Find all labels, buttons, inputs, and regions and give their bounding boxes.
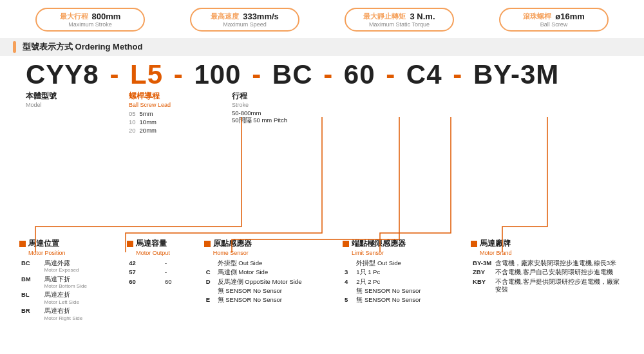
col-limit-sensor-cn: 端點極限感應器	[352, 238, 406, 249]
home-code-e: E	[204, 295, 216, 304]
label-lead-en: Ball Screw Lead	[129, 102, 232, 108]
lead-val-05: 5mm	[140, 109, 160, 118]
motor-pos-row-bl: BL 馬達左折Motor Left Side	[19, 290, 122, 306]
label-lead: 螺桿導程 Ball Screw Lead 05 5mm 10 10mm 20	[129, 91, 232, 135]
brand-code-zby: ZBY	[471, 268, 493, 277]
motor-out-code-42: 42	[127, 259, 163, 268]
spec-torque-label-en: Maximum Static Torque	[369, 21, 430, 28]
home-code-outside	[204, 259, 216, 268]
spec-torque-value: 3 N.m.	[410, 12, 435, 21]
lead-code-20: 20	[129, 126, 140, 135]
motor-out-row-42: 42 -	[127, 259, 199, 268]
motor-pos-code-bm: BM	[19, 275, 43, 291]
col-motor-position-cn: 馬達位置	[28, 238, 59, 249]
stroke-range-2: 50間隔 50 mm Pitch	[232, 116, 335, 125]
col-motor-brand-cn: 馬達廠牌	[480, 238, 511, 249]
col-motor-output: 馬達容量 Motor Output 42 - 57 - 60 60	[127, 238, 199, 322]
lower-columns: 馬達位置 Motor Position BC 馬達外露Motor Exposed…	[13, 234, 631, 322]
model-code-section: CYY8 - L5 - 100 - BC - 60 - C 4 - BY-3M	[13, 56, 631, 135]
home-label-e: 無 SENSOR No Sensor	[216, 295, 337, 304]
specs-row: 最大行程 800mm Maximum Stroke 最高速度 333mm/s M…	[0, 0, 644, 38]
motor-out-code-60: 60	[127, 277, 163, 286]
limit-row-4: 4 2只 2 Pc	[343, 277, 466, 286]
brand-label-zby: 不含電機,客戶自己安裝閉環研控步進電機	[493, 268, 625, 277]
spec-ball-screw: 滾珠螺桿 ø16mm Ball Screw	[499, 8, 609, 32]
limit-row-outtype: 外掛型 Out Side	[343, 259, 466, 268]
label-model: 本體型號 Model	[26, 91, 103, 108]
motor-out-row-60: 60 60	[127, 277, 199, 286]
motor-pos-row-bm: BM 馬達下折Motor Bottom Side	[19, 275, 122, 291]
home-sensor-table: 外掛型 Out Side C 馬達側 Motor Side D 反馬達側 Opp…	[204, 259, 337, 305]
model-part-cyy8: CYY8	[26, 61, 99, 88]
model-part-4: 4	[426, 61, 442, 88]
col-motor-position-en: Motor Position	[19, 250, 122, 256]
limit-code-4: 4	[343, 277, 354, 286]
sep-5: -	[378, 61, 404, 88]
ordering-layout: CYY8 - L5 - 100 - BC - 60 - C 4 - BY-3M	[13, 56, 631, 322]
brand-row-zby: ZBY 不含電機,客戶自己安裝閉環研控步進電機	[471, 268, 625, 277]
col-motor-output-en: Motor Output	[127, 250, 199, 256]
home-code-no	[204, 286, 216, 295]
col-motor-position: 馬達位置 Motor Position BC 馬達外露Motor Exposed…	[19, 238, 122, 322]
brand-row-kby: KBY 不含電機,客戶提供閉環研控步進電機，廠家安裝	[471, 277, 625, 295]
lead-code-05: 05	[129, 109, 140, 118]
home-row-outside: 外掛型 Out Side	[204, 259, 337, 268]
orange-square-motor-pos	[19, 241, 26, 247]
label-stroke: 行程 Stroke 50-800mm 50間隔 50 mm Pitch	[232, 91, 335, 125]
col-motor-brand-header: 馬達廠牌	[471, 238, 625, 249]
spec-stroke-value: 800mm	[92, 12, 121, 21]
sep-4: -	[315, 61, 341, 88]
motor-out-val-42: -	[163, 259, 199, 268]
limit-code-outtype	[343, 259, 354, 268]
col-limit-sensor-header: 端點極限感應器	[343, 238, 466, 249]
motor-out-code-57: 57	[127, 268, 163, 277]
model-part-l5: L5	[130, 61, 163, 88]
model-part-60: 60	[344, 61, 375, 88]
spec-screw-label-en: Ball Screw	[540, 21, 568, 28]
spec-torque-label-cn: 最大靜止轉矩	[363, 12, 406, 21]
limit-row-3: 3 1只 1 Pc	[343, 268, 466, 277]
spec-speed-value: 333mm/s	[243, 12, 279, 21]
sep-6: -	[445, 61, 471, 88]
orange-square-motor-out	[127, 241, 133, 247]
model-part-c: C	[406, 61, 426, 88]
motor-pos-code-br: BR	[19, 306, 43, 322]
brand-row-by3m: BY-3M 含電機，廠家安裝閉環控步進電機,線長3米	[471, 259, 625, 268]
label-lead-cn: 螺桿導程	[129, 91, 232, 102]
lead-row-2: 10 10mm	[129, 118, 160, 126]
home-row-e: E 無 SENSOR No Sensor	[204, 295, 337, 304]
col-home-sensor-en: Home Sensor	[204, 250, 337, 256]
orange-square-brand	[471, 241, 477, 247]
limit-sensor-table: 外掛型 Out Side 3 1只 1 Pc 4 2只 2 Pc 無 SENSO…	[343, 259, 466, 305]
home-row-no-sensor: 無 SENSOR No Sensor	[204, 286, 337, 295]
home-label-c: 馬達側 Motor Side	[216, 268, 337, 277]
lead-val-20: 20mm	[140, 126, 160, 135]
lead-row-1: 05 5mm	[129, 109, 160, 118]
col-home-sensor-cn: 原點感應器	[213, 238, 252, 249]
limit-code-5: 5	[343, 295, 354, 304]
motor-position-table: BC 馬達外露Motor Exposed BM 馬達下折Motor Bottom…	[19, 259, 122, 322]
motor-pos-label-br: 馬達右折Motor Right Side	[43, 306, 122, 322]
limit-label-5: 無 SENSOR No Sensor	[354, 295, 466, 304]
spec-screw-value: ø16mm	[555, 12, 585, 21]
home-row-c: C 馬達側 Motor Side	[204, 268, 337, 277]
limit-label-outtype: 外掛型 Out Side	[354, 259, 466, 268]
lead-val-10: 10mm	[140, 118, 160, 126]
motor-pos-label-bl: 馬達左折Motor Left Side	[43, 290, 122, 306]
limit-row-5: 5 無 SENSOR No Sensor	[343, 295, 466, 304]
lead-row-3: 20 20mm	[129, 126, 160, 135]
col-motor-brand-en: Motor Brand	[471, 250, 625, 256]
orange-accent-bar	[13, 41, 16, 53]
model-code-row: CYY8 - L5 - 100 - BC - 60 - C 4 - BY-3M	[26, 61, 618, 88]
col-motor-output-header: 馬達容量	[127, 238, 199, 249]
spec-max-stroke: 最大行程 800mm Maximum Stroke	[35, 8, 145, 32]
limit-code-3: 3	[343, 268, 354, 277]
col-home-sensor-header: 原點感應器	[204, 238, 337, 249]
model-part-100: 100	[194, 61, 241, 88]
model-part-bc: BC	[272, 61, 313, 88]
sep-1: -	[102, 61, 128, 88]
label-stroke-cn: 行程	[232, 91, 335, 102]
motor-out-val-57: -	[163, 268, 199, 277]
spec-speed-label-cn: 最高速度	[211, 12, 239, 21]
motor-pos-row-br: BR 馬達右折Motor Right Side	[19, 306, 122, 322]
